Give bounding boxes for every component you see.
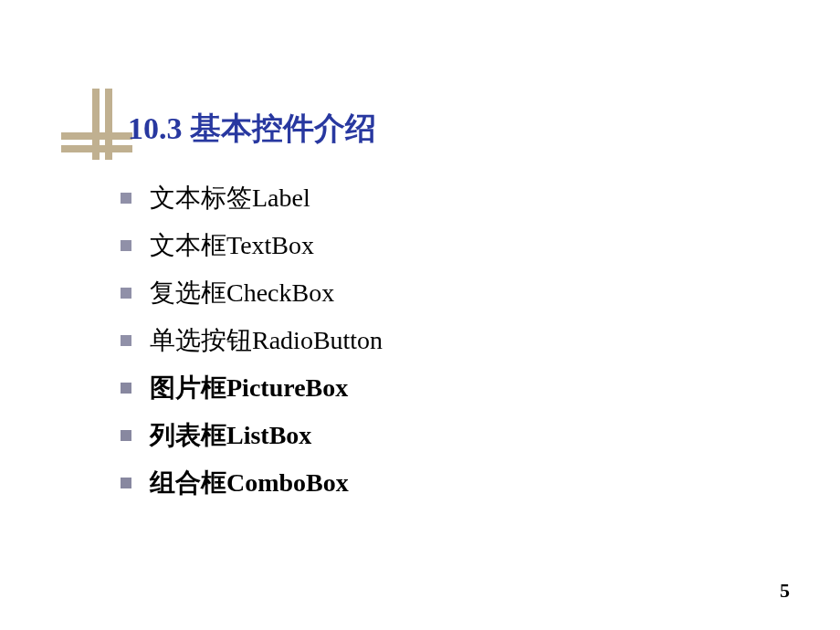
bullet-text: 文本框TextBox: [150, 228, 314, 263]
bullet-square-icon: [121, 478, 131, 488]
bullet-text: 单选按钮RadioButton: [150, 323, 383, 358]
bullet-square-icon: [121, 383, 131, 394]
bullet-square-icon: [121, 193, 131, 204]
bullet-list: 文本标签Label 文本框TextBox 复选框CheckBox 单选按钮Rad…: [121, 181, 383, 513]
bullet-square-icon: [121, 240, 131, 251]
list-item: 文本框TextBox: [121, 228, 383, 263]
bullet-text: 复选框CheckBox: [150, 276, 334, 310]
bullet-square-icon: [121, 288, 131, 299]
list-item: 单选按钮RadioButton: [121, 323, 383, 358]
bullet-square-icon: [121, 335, 131, 346]
bullet-text: 列表框ListBox: [150, 418, 311, 453]
list-item: 图片框PictureBox: [121, 371, 383, 405]
slide: 10.3 基本控件介绍 文本标签Label 文本框TextBox 复选框Chec…: [0, 0, 840, 630]
bullet-text: 组合框ComboBox: [150, 466, 349, 500]
list-item: 列表框ListBox: [121, 418, 383, 453]
bullet-text: 文本标签Label: [150, 181, 310, 215]
slide-title: 10.3 基本控件介绍: [128, 108, 376, 150]
corner-grid-decoration: [68, 96, 132, 160]
list-item: 文本标签Label: [121, 181, 383, 215]
bullet-square-icon: [121, 430, 131, 441]
page-number: 5: [780, 579, 790, 603]
bullet-text: 图片框PictureBox: [150, 371, 348, 405]
list-item: 复选框CheckBox: [121, 276, 383, 310]
list-item: 组合框ComboBox: [121, 466, 383, 500]
